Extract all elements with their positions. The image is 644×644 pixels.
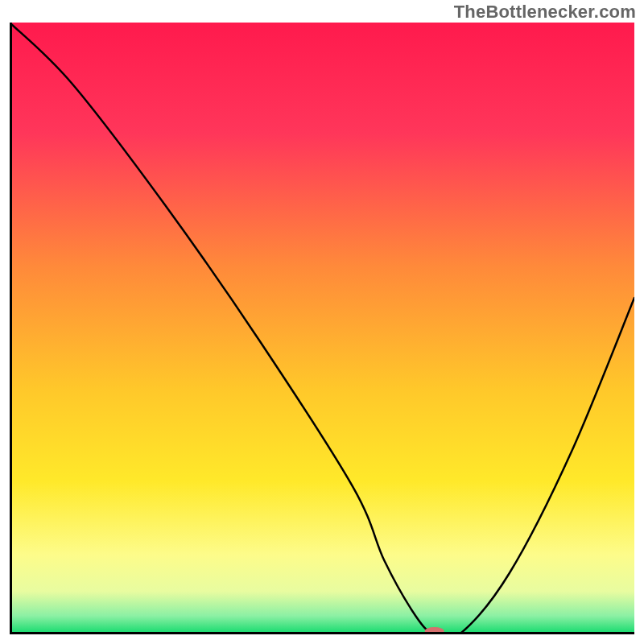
watermark-text: TheBottleneckеr.com <box>454 2 636 23</box>
bottleneck-chart <box>10 23 634 634</box>
gradient-background <box>10 23 634 634</box>
chart-container: TheBottleneckеr.com <box>0 0 644 644</box>
plot-area <box>10 23 634 634</box>
